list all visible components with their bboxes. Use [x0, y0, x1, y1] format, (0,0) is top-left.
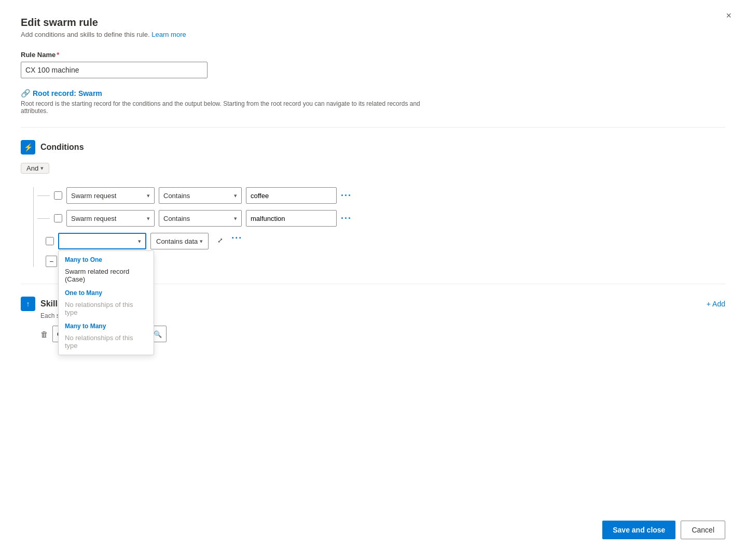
condition-row-3-wrapper: ▾ Many to One Swarm related record (Case…: [46, 233, 725, 249]
condition-row-2: Swarm request ▾ Contains ▾ ···: [54, 210, 725, 227]
learn-more-link[interactable]: Learn more: [151, 31, 186, 38]
condition-2-field-value: Swarm request: [71, 215, 116, 222]
required-indicator: *: [57, 51, 59, 59]
condition-3-dropdown-panel: Many to One Swarm related record (Case) …: [58, 250, 154, 355]
conditions-icon: ⚡: [21, 140, 35, 155]
root-record-label: Root record: Swarm: [33, 89, 102, 97]
skills-left: ↑ Skills: [21, 297, 62, 311]
delete-skill-button[interactable]: 🗑: [40, 330, 48, 339]
footer-buttons: Save and close Cancel: [602, 521, 725, 539]
condition-2-field-chevron: ▾: [147, 215, 150, 222]
condition-2-field-dropdown[interactable]: Swarm request ▾: [66, 210, 155, 227]
minus-button[interactable]: −: [46, 256, 57, 267]
condition-row-1: Swarm request ▾ Contains ▾ ···: [54, 187, 725, 204]
condition-2-more-btn[interactable]: ···: [341, 213, 352, 224]
contains-data-label: Contains data: [156, 237, 198, 245]
condition-1-operator-value: Contains: [163, 192, 190, 200]
conditions-rows: Swarm request ▾ Contains ▾ ··· Swarm req…: [33, 187, 725, 267]
condition-3-checkbox[interactable]: [46, 237, 54, 245]
condition-1-field-dropdown[interactable]: Swarm request ▾: [66, 187, 155, 204]
condition-2-operator-dropdown[interactable]: Contains ▾: [159, 210, 242, 227]
condition-2-checkbox[interactable]: [54, 214, 62, 222]
skills-icon: ↑: [21, 297, 35, 311]
root-record-section: 🔗 Root record: Swarm Root record is the …: [21, 89, 725, 115]
save-close-button[interactable]: Save and close: [602, 521, 675, 539]
search-icon: 🔍: [154, 330, 162, 338]
condition-3-more-btn[interactable]: ···: [231, 233, 242, 244]
conditions-section: ⚡ Conditions And ▾ Swarm request ▾ Conta…: [21, 140, 725, 267]
condition-3-contains-data[interactable]: Contains data ▾: [150, 233, 209, 249]
conditions-title: Conditions: [40, 143, 84, 152]
condition-1-more-btn[interactable]: ···: [341, 190, 352, 201]
condition-1-field-chevron: ▾: [147, 192, 150, 199]
add-skill-button[interactable]: + Add: [707, 300, 725, 308]
and-chevron-icon: ▾: [40, 165, 44, 172]
swarm-related-case-item[interactable]: Swarm related record (Case): [59, 264, 154, 286]
and-badge[interactable]: And ▾: [21, 163, 49, 174]
rule-name-label: Rule Name*: [21, 51, 725, 59]
condition-1-value-input[interactable]: [246, 187, 337, 204]
subtitle-text: Add conditions and skills to define this…: [21, 31, 150, 38]
cancel-button[interactable]: Cancel: [681, 521, 725, 539]
root-record-description: Root record is the starting record for t…: [21, 100, 436, 115]
dialog-title: Edit swarm rule: [21, 17, 725, 29]
many-to-many-category: Many to Many: [59, 319, 154, 331]
and-label: And: [26, 164, 38, 172]
edit-swarm-rule-dialog: × Edit swarm rule Add conditions and ski…: [0, 0, 746, 560]
condition-1-field-value: Swarm request: [71, 192, 116, 200]
no-relationships-one-item: No relationships of this type: [59, 298, 154, 319]
condition-3-field-chevron: ▾: [138, 238, 141, 245]
rule-name-section: Rule Name*: [21, 51, 725, 78]
root-record-title: 🔗 Root record: Swarm: [21, 89, 102, 98]
condition-3-field-wrapper: ▾ Many to One Swarm related record (Case…: [58, 233, 146, 249]
divider-1: [21, 127, 725, 128]
close-button[interactable]: ×: [726, 10, 731, 21]
condition-2-operator-chevron: ▾: [234, 215, 237, 222]
condition-1-operator-chevron: ▾: [234, 192, 237, 199]
condition-1-operator-dropdown[interactable]: Contains ▾: [159, 187, 242, 204]
dropdown-inner: Many to One Swarm related record (Case) …: [59, 251, 154, 355]
condition-2-operator-value: Contains: [163, 215, 190, 222]
many-to-one-category: Many to One: [59, 253, 154, 264]
condition-1-checkbox[interactable]: [54, 191, 62, 200]
expand-icon[interactable]: ⤢: [213, 233, 227, 247]
one-to-many-category: One to Many: [59, 286, 154, 298]
condition-2-value-input[interactable]: [246, 210, 337, 227]
rule-name-input[interactable]: [21, 62, 208, 78]
no-relationships-many-item: No relationships of this type: [59, 331, 154, 353]
dialog-subtitle: Add conditions and skills to define this…: [21, 31, 725, 38]
condition-3-field-dropdown[interactable]: ▾: [58, 233, 146, 249]
conditions-header: ⚡ Conditions: [21, 140, 725, 155]
contains-data-chevron: ▾: [200, 238, 203, 245]
person-icon: 🔗: [21, 89, 31, 98]
